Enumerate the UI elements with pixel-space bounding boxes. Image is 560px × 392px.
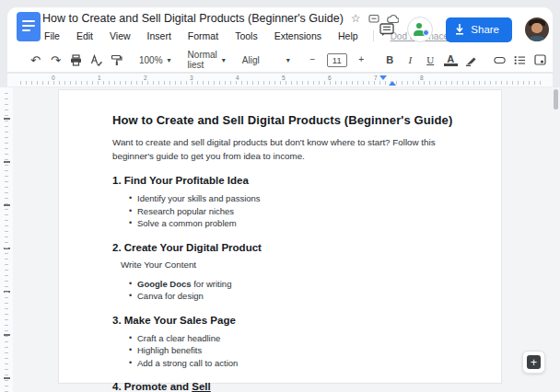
docs-logo-icon[interactable] bbox=[17, 12, 41, 41]
menu-help[interactable]: Help bbox=[336, 29, 360, 42]
paragraph-style-select[interactable]: Normal liest ▾ bbox=[188, 50, 226, 70]
star-icon[interactable]: ☆ bbox=[351, 13, 361, 24]
font-value: Aligl bbox=[242, 55, 260, 65]
bold-text: Google Docs bbox=[137, 279, 192, 289]
list-item[interactable]: Craft a clear headline bbox=[129, 332, 461, 345]
print-icon[interactable] bbox=[70, 54, 82, 66]
font-size-decrease-button[interactable]: − bbox=[307, 55, 319, 64]
zoom-value: 100% bbox=[139, 55, 163, 65]
menu-tools[interactable]: Tools bbox=[233, 29, 260, 42]
comment-history-icon[interactable] bbox=[379, 23, 394, 37]
list-item[interactable]: Research popular niches bbox=[129, 205, 461, 218]
document-page[interactable]: How to Create and Sell Digital Products … bbox=[58, 89, 502, 384]
list-item-text: for writing bbox=[192, 279, 232, 289]
horizontal-ruler[interactable]: 0 1 2 3 4 5 6 7 8 bbox=[7, 74, 553, 87]
heading-text: 4. Promote and bbox=[112, 381, 192, 392]
vertical-ruler[interactable] bbox=[0, 87, 13, 392]
explore-button[interactable]: + bbox=[522, 351, 545, 374]
menu-file[interactable]: File bbox=[42, 29, 62, 42]
doc-section-2-subheading[interactable]: Write Your Content bbox=[121, 259, 461, 270]
menu-edit[interactable]: Edit bbox=[75, 29, 95, 42]
document-title[interactable]: How to Create and Sell Digital Products … bbox=[42, 12, 344, 25]
highlight-color-icon[interactable] bbox=[465, 54, 477, 66]
doc-section-2-list: Google Docs for writing Canva for design bbox=[129, 278, 461, 303]
chevron-down-icon: ▾ bbox=[222, 56, 226, 64]
right-indent-marker[interactable] bbox=[389, 81, 396, 86]
paragraph-style-value: Normal liest bbox=[188, 50, 217, 70]
italic-button[interactable]: I bbox=[404, 55, 416, 65]
list-item-text: Canva for design bbox=[137, 291, 204, 301]
chevron-down-icon: ▾ bbox=[168, 56, 171, 64]
vertical-scrollbar[interactable] bbox=[554, 87, 558, 392]
list-item[interactable]: Canva for design bbox=[129, 290, 461, 303]
heading-underlined-text: Sell bbox=[192, 381, 210, 392]
ruler-number: 7 bbox=[374, 75, 378, 81]
ruler-number: 8 bbox=[420, 75, 424, 81]
ruler-number: 5 bbox=[282, 75, 286, 81]
insert-link-icon[interactable] bbox=[494, 55, 506, 65]
list-item[interactable]: Solve a common problem bbox=[129, 217, 461, 230]
redo-icon[interactable]: ↷ bbox=[50, 54, 62, 66]
share-button-label: Share bbox=[471, 24, 499, 35]
list-item[interactable]: Highligh benefits bbox=[129, 344, 461, 357]
menu-format[interactable]: Format bbox=[186, 29, 220, 42]
doc-section-1-list: Identify your skills and passions Resear… bbox=[129, 192, 461, 230]
doc-intro-paragraph[interactable]: Want to create and sell digital products… bbox=[112, 135, 453, 163]
scrollbar-thumb[interactable] bbox=[554, 89, 558, 110]
zoom-select[interactable]: 100% ▾ bbox=[139, 55, 171, 65]
ruler-number: 4 bbox=[236, 75, 239, 81]
doc-section-3-heading[interactable]: 3. Make Your Sales Page bbox=[112, 315, 461, 326]
spell-check-icon[interactable] bbox=[90, 54, 102, 66]
doc-section-4-heading[interactable]: 4. Promote and Sell bbox=[112, 381, 461, 392]
presence-badge-icon bbox=[423, 29, 429, 36]
join-call-button[interactable] bbox=[407, 17, 433, 42]
underline-button[interactable]: U bbox=[425, 55, 437, 65]
ruler-number: 2 bbox=[144, 75, 147, 81]
document-area: How to Create and Sell Digital Products … bbox=[0, 87, 560, 392]
insert-image-icon[interactable] bbox=[534, 54, 546, 65]
chevron-down-icon: ▾ bbox=[286, 56, 290, 64]
plus-icon: + bbox=[527, 355, 541, 369]
menu-extensions[interactable]: Extensions bbox=[273, 29, 323, 42]
list-item[interactable]: Identify your skills and passions bbox=[129, 192, 461, 205]
menu-divider bbox=[373, 30, 374, 41]
share-icon bbox=[455, 24, 464, 35]
ruler-number: 0 bbox=[52, 75, 55, 81]
font-size-input[interactable]: 11 bbox=[327, 53, 347, 67]
menu-view[interactable]: View bbox=[108, 29, 133, 42]
font-select[interactable]: Aligl ▾ bbox=[242, 55, 290, 65]
doc-section-1-heading[interactable]: 1. Find Your Profitable Idea bbox=[112, 175, 461, 186]
list-item[interactable]: Google Docs for writing bbox=[129, 278, 461, 291]
bulleted-list-icon[interactable] bbox=[514, 55, 526, 65]
font-size-increase-button[interactable]: + bbox=[356, 55, 368, 64]
move-folder-icon[interactable] bbox=[368, 13, 379, 24]
undo-icon[interactable]: ↶ bbox=[29, 54, 41, 66]
first-line-indent-marker[interactable] bbox=[379, 75, 387, 80]
doc-heading-1[interactable]: How to Create and Sell Digital Products … bbox=[112, 113, 461, 127]
app-header: How to Create and Sell Digital Products … bbox=[7, 7, 553, 48]
toolbar: ↶ ↷ 100% ▾ Normal liest ▾ Aligl ▾ − 11 +… bbox=[7, 48, 553, 73]
text-color-button[interactable]: A bbox=[445, 54, 457, 66]
account-avatar[interactable] bbox=[525, 17, 549, 41]
paint-format-icon[interactable] bbox=[111, 54, 122, 66]
ruler-number: 3 bbox=[190, 75, 193, 81]
list-item[interactable]: Add a strong call to action bbox=[129, 357, 461, 370]
ruler-ticks bbox=[20, 81, 545, 85]
share-button[interactable]: Share bbox=[446, 17, 512, 42]
menu-insert[interactable]: Insert bbox=[146, 29, 173, 42]
ruler-number: 1 bbox=[98, 75, 101, 81]
doc-section-3-list: Craft a clear headline Highligh benefits… bbox=[129, 332, 461, 370]
bold-button[interactable]: B bbox=[384, 55, 396, 65]
doc-section-2-heading[interactable]: 2. Create Your Digital Product bbox=[112, 242, 461, 253]
ruler-number: 6 bbox=[328, 75, 332, 81]
